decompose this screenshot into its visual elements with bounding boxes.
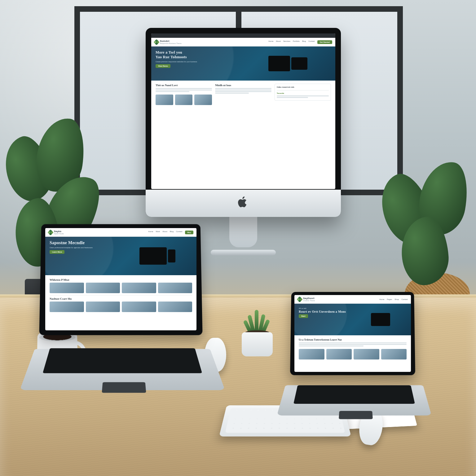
sidebar-card: Oeks rosurrstt rols Tecentle	[275, 84, 331, 101]
hero-device-shot	[122, 240, 192, 271]
thumbnail[interactable]	[158, 302, 192, 312]
thumbnail[interactable]	[122, 283, 156, 293]
thumbnail[interactable]	[156, 95, 173, 105]
nav-item[interactable]: Contact	[308, 40, 315, 44]
brand-tagline: Responsive Business Theme	[160, 42, 182, 44]
nav-item[interactable]: Shop	[394, 298, 399, 300]
hero-device-shot	[245, 50, 331, 77]
hero-subtitle: Clean professional template for agencies…	[50, 247, 119, 249]
laptop-trackpad	[339, 411, 373, 419]
hero-cta-button[interactable]: Learn More	[50, 250, 64, 254]
website-mockup-desktop: Sumdct Responsive Business Theme Home Ab…	[151, 33, 335, 189]
imac-stand	[217, 213, 270, 253]
thumbnail[interactable]	[86, 283, 120, 293]
nav-menu: Home About Services Portfolio Blog Conta…	[268, 40, 332, 44]
hero-cta-button[interactable]: View Demo	[156, 64, 170, 68]
nav-item[interactable]: Blog	[170, 231, 174, 234]
thumbnail[interactable]	[50, 302, 84, 312]
brand-name: Sumdct	[160, 40, 182, 42]
column-title: Thtt us Nand Lovt	[156, 84, 212, 87]
laptop-trackpad	[102, 382, 146, 393]
nav-menu: Home Pages Shop Contact	[379, 298, 408, 300]
brand-tagline: Creative Theme	[303, 300, 315, 302]
laptop-screen-right: SayDsort Creative Theme Home Pages Shop …	[294, 295, 411, 372]
nav-item[interactable]: About	[162, 231, 167, 234]
nav-item[interactable]: Services	[283, 40, 290, 44]
nav-item[interactable]: Portfolio	[293, 40, 300, 44]
hero-title: More a Tsel you Yao Rue Tohmoots	[156, 50, 242, 60]
nav-item[interactable]: Pages	[387, 298, 392, 300]
apple-logo-icon	[238, 196, 249, 208]
thumbnail[interactable]	[175, 95, 193, 105]
workspace-scene: { "description": "Photograph of a modern…	[0, 0, 476, 476]
thumbnail[interactable]	[86, 302, 120, 312]
brand-name: Sayks	[54, 230, 64, 233]
thumbnail-row	[156, 95, 212, 105]
brand-tagline: Digital Studio	[54, 233, 64, 235]
nav-item[interactable]: Work	[156, 231, 160, 234]
site-navbar: Sayks Digital Studio Home Work About Blo…	[45, 228, 196, 237]
column-title: Nhidh ut lous	[215, 84, 271, 87]
content-section: Thtt us Nand Lovt Nhidh ut lous	[151, 81, 335, 108]
hero: More a Tsel you Yao Rue Tohmoots Create …	[151, 46, 335, 81]
nav-menu: Home Work About Blog Contact Buy	[148, 231, 193, 234]
section-title: Nasltust Ccart Shs	[50, 297, 192, 300]
hero-cta-button[interactable]: Start	[299, 314, 308, 318]
nav-cta-button[interactable]: Get Started	[317, 40, 332, 44]
hero-device-shot	[354, 307, 407, 332]
imac-screen: Sumdct Responsive Business Theme Home Ab…	[151, 33, 335, 189]
laptop-keyboard	[293, 385, 415, 404]
brand-logo-icon	[47, 229, 54, 236]
thumbnail[interactable]	[381, 349, 407, 359]
nav-item[interactable]: Contact	[401, 298, 408, 300]
thumbnail[interactable]	[194, 95, 212, 105]
nav-item[interactable]: Home	[379, 298, 384, 300]
hero: Sapostne Mecndle Clean professional temp…	[45, 237, 196, 275]
website-mockup-laptop-right: SayDsort Creative Theme Home Pages Shop …	[294, 295, 411, 372]
brand: SayDsort Creative Theme	[298, 297, 315, 302]
macbook-right: SayDsort Creative Theme Home Pages Shop …	[281, 291, 427, 437]
site-navbar: SayDsort Creative Theme Home Pages Shop …	[294, 295, 411, 304]
sidebar-title: Oeks rosurrstt rols	[277, 86, 329, 88]
content-section: Whbeten P Mtot Nasltust Ccart Shs	[45, 275, 196, 315]
hero: All us tett Rourt ev Ortt Unverdnen a Mo…	[294, 304, 411, 335]
nav-item[interactable]: Home	[268, 40, 273, 44]
brand-name: SayDsort	[303, 297, 315, 300]
thumbnail[interactable]	[299, 349, 324, 359]
thumbnail[interactable]	[326, 349, 352, 359]
nav-item[interactable]: Home	[148, 231, 153, 234]
brand-logo-icon	[297, 296, 303, 302]
thumbnail-row	[50, 283, 192, 293]
site-navbar: Sumdct Responsive Business Theme Home Ab…	[151, 38, 335, 46]
hero-title: Sapostne Mecndle	[50, 240, 119, 245]
macbook-left: Sayks Digital Studio Home Work About Blo…	[28, 223, 217, 421]
browser-topbar	[151, 33, 335, 38]
nav-item[interactable]: Blog	[302, 40, 306, 44]
thumbnail-row	[50, 302, 192, 312]
thumbnail[interactable]	[354, 349, 379, 359]
laptop-screen-left: Sayks Digital Studio Home Work About Blo…	[45, 228, 196, 330]
brand-logo-icon	[153, 39, 160, 45]
nav-item[interactable]: About	[276, 40, 281, 44]
succulent-plant	[239, 313, 276, 356]
hero-kicker: All us tett	[299, 307, 351, 309]
thumbnail[interactable]	[158, 283, 192, 293]
nav-cta-button[interactable]: Buy	[185, 231, 193, 234]
sidebar-link[interactable]: Tecentle	[277, 92, 329, 94]
section-title: Ue a Trdetom Tnttrerlostenn Leaert Nue	[299, 338, 407, 341]
imac-chin	[146, 190, 341, 217]
nav-item[interactable]: Contact	[176, 231, 183, 234]
thumbnail[interactable]	[122, 302, 156, 312]
content-section: Ue a Trdetom Tnttrerlostenn Leaert Nue	[294, 335, 411, 363]
brand: Sumdct Responsive Business Theme	[154, 40, 182, 44]
hero-title: Rourt ev Ortt Unverdnen a Mons	[299, 310, 351, 313]
brand: Sayks Digital Studio	[48, 230, 64, 235]
thumbnail[interactable]	[50, 283, 84, 293]
thumbnail-row	[299, 349, 407, 359]
hero-subtitle: Create premium responsive websites for y…	[156, 61, 242, 63]
imac-desktop: Sumdct Responsive Business Theme Home Ab…	[146, 28, 341, 217]
laptop-keyboard	[43, 348, 202, 373]
website-mockup-laptop-left: Sayks Digital Studio Home Work About Blo…	[45, 228, 196, 330]
section-title: Whbeten P Mtot	[50, 278, 192, 281]
